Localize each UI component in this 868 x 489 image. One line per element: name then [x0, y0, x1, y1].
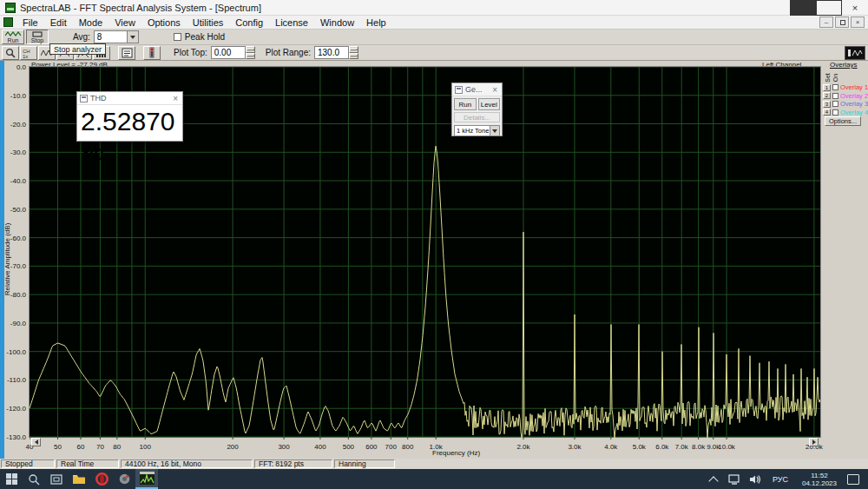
overlay-on-checkbox[interactable]	[832, 101, 838, 107]
y-axis-title: Relative Amplitude (dB)	[3, 199, 11, 320]
x-tick-label: 200	[227, 443, 238, 451]
close-button[interactable]: ×	[842, 0, 868, 16]
mdi-restore-button[interactable]	[835, 17, 849, 28]
overlays-header: Overlays	[830, 61, 868, 69]
mdi-close-button[interactable]: ×	[851, 17, 865, 28]
status-segment: Hanning	[334, 459, 395, 468]
x-tick-label: 3.0k	[568, 443, 581, 451]
generator-window-title: Ge...	[465, 85, 483, 94]
status-segment: 44100 Hz, 16 bit, Mono	[121, 459, 253, 468]
generator-run-button[interactable]: Run	[454, 98, 477, 110]
start-button[interactable]	[0, 469, 23, 489]
x-tick-label: 600	[365, 443, 377, 451]
opera-button[interactable]	[90, 469, 113, 489]
menu-bar: FileEditModeViewOptionsUtilitiesConfigLi…	[0, 16, 868, 30]
chevron-down-icon[interactable]	[127, 31, 138, 43]
spectralab-taskbar-button[interactable]	[135, 469, 158, 489]
clock-time: 11:52	[802, 472, 837, 479]
menu-item-edit[interactable]: Edit	[44, 17, 73, 29]
taskbar-clock[interactable]: 11:5204.12.2023	[795, 469, 844, 489]
notification-center-button[interactable]	[844, 469, 868, 489]
overlay-on-checkbox[interactable]	[832, 84, 838, 90]
generator-details-button: Details...	[454, 112, 500, 122]
level-meter-button[interactable]	[143, 46, 161, 60]
mdi-minimize-button[interactable]: –	[819, 17, 833, 28]
menu-item-mode[interactable]: Mode	[73, 17, 109, 29]
generator-signal-select[interactable]: 1 kHz Tone	[454, 125, 500, 136]
overlay-label: Overlay 2	[840, 92, 868, 100]
y-tick-label: -110.0	[2, 376, 26, 384]
generator-window-titlebar[interactable]: Ge... ×	[452, 83, 502, 96]
overlay-set-button[interactable]: 3	[823, 101, 831, 108]
generator-level-button[interactable]: Level	[478, 98, 501, 110]
window-title: SpectraLAB - FFT Spectral Analysis Syste…	[20, 3, 261, 13]
y-tick-label: -40.0	[2, 177, 26, 185]
utility-icon	[118, 472, 131, 486]
plot-range-spinner[interactable]	[349, 46, 358, 59]
menu-item-license[interactable]: License	[269, 17, 314, 29]
y-tick-label: -90.0	[2, 320, 26, 327]
menu-item-file[interactable]: File	[16, 17, 44, 29]
menu-item-options[interactable]: Options	[141, 17, 187, 29]
file-explorer-button[interactable]	[68, 469, 90, 489]
plot-top-input[interactable]: 0.00	[211, 46, 246, 59]
x-tick-label: 400	[314, 443, 326, 451]
run-button[interactable]: Run	[2, 30, 24, 44]
generator-close-icon[interactable]: ×	[488, 85, 502, 95]
language-indicator[interactable]: РУС	[766, 469, 795, 489]
task-view-button[interactable]	[45, 469, 68, 489]
start-icon	[6, 473, 17, 485]
taskbar-search-button[interactable]	[23, 469, 45, 489]
meter-icon	[148, 47, 156, 58]
menu-item-window[interactable]: Window	[314, 17, 360, 29]
thd-window-icon	[80, 95, 88, 102]
utility-button[interactable]	[113, 469, 135, 489]
plot-top-spinner[interactable]	[246, 46, 255, 59]
x-tick-label: 80	[113, 443, 121, 451]
menu-item-view[interactable]: View	[108, 17, 141, 29]
menu-item-config[interactable]: Config	[229, 17, 269, 29]
plot-range-label: Plot Range:	[266, 48, 311, 57]
system-tray: РУС 11:5204.12.2023	[710, 469, 868, 489]
plot-range-input[interactable]: 130.0	[314, 46, 349, 59]
menu-item-utilities[interactable]: Utilities	[187, 17, 229, 29]
search-icon	[28, 473, 40, 486]
peak-hold-checkbox[interactable]: Peak Hold	[174, 32, 225, 42]
y-tick-label: -30.0	[2, 149, 26, 156]
signal-generator-icon	[847, 48, 863, 58]
tray-expand-button[interactable]	[710, 469, 724, 489]
zoom-button[interactable]	[2, 46, 19, 60]
y-tick-label: -50.0	[2, 206, 26, 214]
overlays-panel: Overlays Set On 1Overlay 12Overlay 23Ove…	[823, 61, 868, 191]
overlay-set-button[interactable]: 1	[823, 84, 831, 91]
avg-select[interactable]: 8	[94, 30, 139, 43]
overlay-row: 2Overlay 2	[823, 92, 868, 100]
overlay-on-checkbox[interactable]	[832, 93, 838, 99]
y-tick-label: -100.0	[2, 348, 26, 356]
scroll-left-button[interactable]	[31, 438, 41, 446]
minimize-button[interactable]	[790, 0, 816, 16]
x-tick-label: 800	[402, 443, 413, 451]
overlay-set-button[interactable]: 2	[823, 92, 831, 99]
generator-toolbar-button[interactable]	[845, 46, 865, 60]
generator-window[interactable]: Ge... × Run Level Details... 1 kHz Tone	[451, 83, 503, 136]
menu-item-help[interactable]: Help	[360, 17, 392, 29]
thd-window[interactable]: THD × 2.52870 %	[76, 91, 183, 142]
notes-button[interactable]	[118, 46, 135, 60]
channel-select-button[interactable]: CH1x	[20, 46, 37, 60]
overlay-set-button[interactable]: 4	[823, 109, 831, 116]
network-button[interactable]	[724, 469, 745, 489]
thd-window-titlebar[interactable]: THD ×	[77, 92, 182, 105]
checkbox-icon[interactable]	[174, 33, 181, 41]
scroll-right-button[interactable]	[809, 438, 819, 446]
overlay-on-checkbox[interactable]	[832, 109, 838, 116]
chevron-down-icon[interactable]	[490, 126, 499, 135]
volume-button[interactable]	[745, 469, 766, 489]
overlay-label: Overlay 1	[840, 83, 868, 91]
overlays-options-button[interactable]: Options...	[825, 116, 861, 126]
maximize-button[interactable]	[816, 0, 842, 16]
thd-close-icon[interactable]: ×	[168, 94, 182, 103]
stop-button[interactable]: Stop	[26, 30, 49, 44]
magnifier-icon	[5, 48, 16, 58]
y-tick-label: 0.0	[2, 63, 26, 71]
